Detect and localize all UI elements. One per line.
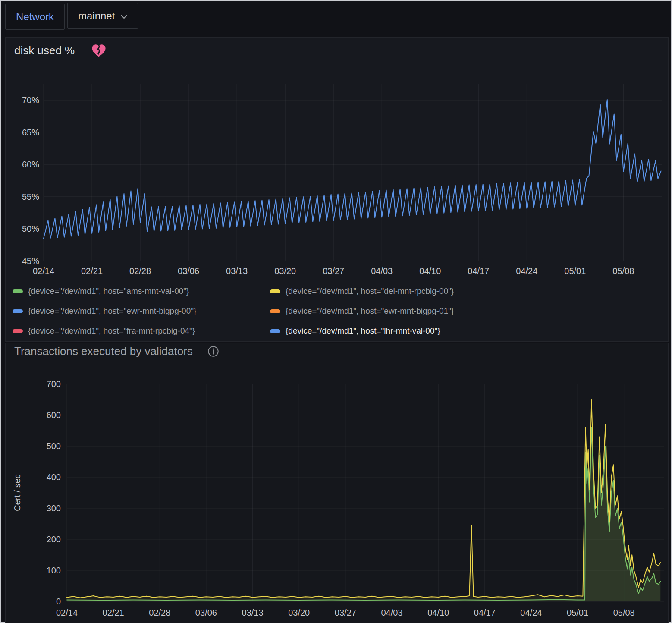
- legend-label[interactable]: {device="/dev/md1", host="lhr-mnt-val-00…: [286, 326, 440, 336]
- svg-text:04/24: 04/24: [516, 266, 537, 276]
- svg-text:05/08: 05/08: [612, 266, 634, 276]
- svg-text:60%: 60%: [22, 160, 39, 169]
- svg-text:70%: 70%: [22, 95, 39, 105]
- legend-color-pill: [13, 289, 23, 293]
- svg-text:04/17: 04/17: [474, 608, 496, 617]
- legend-item[interactable]: {device="/dev/md1", host="ewr-mnt-bigpg-…: [13, 301, 270, 321]
- variable-value-text: mainnet: [78, 10, 115, 22]
- svg-text:04/17: 04/17: [468, 266, 489, 276]
- svg-text:05/01: 05/01: [564, 266, 586, 276]
- legend-label[interactable]: {device="/dev/md1", host="ams-mnt-val-00…: [28, 286, 189, 296]
- svg-text:03/27: 03/27: [323, 266, 344, 276]
- svg-text:02/21: 02/21: [103, 608, 124, 617]
- legend-color-pill: [270, 329, 280, 333]
- svg-text:03/13: 03/13: [242, 608, 264, 617]
- legend-item[interactable]: {device="/dev/md1", host="ewr-mnt-bigpg-…: [270, 301, 454, 321]
- svg-text:03/06: 03/06: [195, 608, 217, 617]
- svg-text:02/28: 02/28: [129, 266, 151, 276]
- panel-disk-used: disk used % 02/1402/2102/2803/0603/1303/…: [5, 37, 669, 342]
- svg-text:03/13: 03/13: [226, 266, 248, 276]
- legend-label[interactable]: {device="/dev/md1", host="fra-mnt-rpcbig…: [28, 326, 195, 336]
- panel-transactions: Transactions executed by validators 02/1…: [5, 343, 669, 623]
- svg-text:0: 0: [56, 597, 61, 606]
- legend-color-pill: [13, 329, 23, 333]
- svg-text:02/14: 02/14: [33, 266, 54, 276]
- info-icon[interactable]: [207, 346, 219, 357]
- legend-label[interactable]: {device="/dev/md1", host="ewr-mnt-bigpg-…: [286, 306, 454, 316]
- legend-label[interactable]: {device="/dev/md1", host="ewr-mnt-bigpg-…: [28, 306, 196, 316]
- legend-color-pill: [13, 309, 23, 313]
- svg-text:700: 700: [47, 379, 61, 389]
- panel-title[interactable]: Transactions executed by validators: [14, 345, 193, 358]
- legend-label[interactable]: {device="/dev/md1", host="del-mnt-rpcbig…: [286, 286, 454, 296]
- svg-text:03/20: 03/20: [274, 266, 296, 276]
- svg-text:400: 400: [47, 472, 61, 482]
- legend-item[interactable]: {device="/dev/md1", host="del-mnt-rpcbig…: [270, 281, 454, 301]
- dashboard: Network mainnet disk used % 02/1402/2102…: [0, 0, 672, 623]
- svg-text:50%: 50%: [22, 224, 39, 233]
- transactions-chart[interactable]: 02/1402/2102/2803/0603/1303/2003/2704/03…: [6, 367, 669, 622]
- svg-text:04/24: 04/24: [520, 608, 542, 617]
- legend-item[interactable]: {device="/dev/md1", host="ams-mnt-val-00…: [13, 281, 270, 301]
- svg-text:02/14: 02/14: [56, 608, 78, 617]
- legend-color-pill: [270, 289, 280, 293]
- svg-text:100: 100: [47, 566, 61, 575]
- legend-item[interactable]: {device="/dev/md1", host="fra-mnt-rpcbig…: [13, 321, 270, 341]
- chevron-down-icon: [121, 15, 127, 19]
- legend-color-pill: [270, 309, 280, 313]
- svg-text:05/01: 05/01: [567, 608, 588, 617]
- variable-label-text: Network: [16, 11, 54, 23]
- legend-item[interactable]: {device="/dev/md1", host="lhr-mnt-val-00…: [270, 321, 454, 341]
- panel-title[interactable]: disk used %: [14, 44, 75, 57]
- svg-text:03/20: 03/20: [288, 608, 310, 617]
- svg-text:600: 600: [47, 410, 61, 420]
- svg-text:45%: 45%: [22, 256, 39, 266]
- svg-text:04/03: 04/03: [381, 608, 402, 617]
- disk-used-chart[interactable]: 02/1402/2102/2803/0603/1303/2003/2704/03…: [6, 79, 669, 282]
- svg-text:02/28: 02/28: [149, 608, 170, 617]
- svg-text:03/27: 03/27: [335, 608, 356, 617]
- svg-text:05/08: 05/08: [613, 608, 635, 617]
- variable-label-network[interactable]: Network: [5, 4, 65, 30]
- legend: {device="/dev/md1", host="ams-mnt-val-00…: [13, 281, 454, 341]
- alert-broken-heart-icon[interactable]: [91, 44, 107, 58]
- svg-text:Cert / sec: Cert / sec: [13, 474, 22, 511]
- svg-text:03/06: 03/06: [178, 266, 199, 276]
- svg-text:300: 300: [47, 503, 61, 513]
- svg-text:04/10: 04/10: [419, 266, 441, 276]
- variable-value-dropdown[interactable]: mainnet: [67, 3, 138, 29]
- svg-text:200: 200: [47, 535, 61, 544]
- svg-text:55%: 55%: [22, 192, 39, 201]
- svg-text:65%: 65%: [22, 128, 39, 137]
- svg-text:02/21: 02/21: [81, 266, 103, 276]
- svg-text:500: 500: [47, 441, 61, 451]
- svg-text:04/03: 04/03: [371, 266, 393, 276]
- svg-text:04/10: 04/10: [427, 608, 449, 617]
